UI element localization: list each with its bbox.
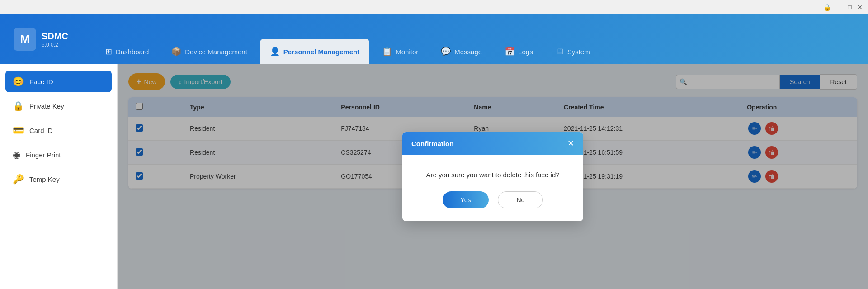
nav-item-system[interactable]: 🖥 System xyxy=(546,39,600,64)
modal-overlay: Confirmation ✕ Are you sure you want to … xyxy=(118,64,868,289)
nav-item-device[interactable]: 📦 Device Management xyxy=(161,39,257,64)
nav-item-monitor[interactable]: 📋 Monitor xyxy=(372,39,428,64)
modal-close-button[interactable]: ✕ xyxy=(567,138,574,148)
nav-label-device: Device Management xyxy=(185,48,247,56)
logo-letter: M xyxy=(20,33,30,47)
sidebar-label-face-id: Face ID xyxy=(29,78,53,85)
title-bar: 🔒 — □ ✕ xyxy=(0,0,868,14)
modal-message: Are you sure you want to delete this fac… xyxy=(411,171,574,179)
nav-item-dashboard[interactable]: ⊞ Dashboard xyxy=(95,39,159,64)
nav-item-logs[interactable]: 📅 Logs xyxy=(495,39,543,64)
modal-title: Confirmation xyxy=(411,140,453,147)
header: M SDMC 6.0.0.2 ⊞ Dashboard 📦 Device Mana… xyxy=(0,14,868,64)
minimize-icon[interactable]: — xyxy=(836,4,843,11)
nav-item-personnel[interactable]: 👤 Personnel Management xyxy=(260,39,369,64)
close-icon[interactable]: ✕ xyxy=(857,4,863,11)
face-id-icon: 😊 xyxy=(13,76,24,87)
private-key-icon: 🔒 xyxy=(13,100,24,111)
app-name: SDMC xyxy=(42,31,68,42)
logo-area: M SDMC 6.0.0.2 xyxy=(14,28,68,51)
personnel-icon: 👤 xyxy=(270,47,280,57)
nav-label-monitor: Monitor xyxy=(396,48,418,56)
sidebar-item-temp-key[interactable]: 🔑 Temp Key xyxy=(5,168,112,190)
app-version: 6.0.0.2 xyxy=(42,42,68,48)
sidebar-item-face-id[interactable]: 😊 Face ID xyxy=(5,71,112,92)
finger-print-icon: ◉ xyxy=(13,149,20,160)
nav-item-message[interactable]: 💬 Message xyxy=(431,39,492,64)
nav-label-logs: Logs xyxy=(518,48,533,56)
modal-body: Are you sure you want to delete this fac… xyxy=(402,155,583,191)
no-button[interactable]: No xyxy=(498,191,543,208)
app-info: SDMC 6.0.0.2 xyxy=(42,31,68,48)
sidebar-label-private-key: Private Key xyxy=(29,102,64,110)
lock-icon: 🔒 xyxy=(823,4,831,11)
monitor-icon: 📋 xyxy=(382,47,392,57)
device-icon: 📦 xyxy=(171,47,181,57)
sidebar-label-temp-key: Temp Key xyxy=(29,175,60,183)
main-layout: 😊 Face ID 🔒 Private Key 💳 Card ID ◉ Fing… xyxy=(0,64,868,289)
sidebar: 😊 Face ID 🔒 Private Key 💳 Card ID ◉ Fing… xyxy=(0,64,118,289)
sidebar-label-finger-print: Finger Print xyxy=(26,151,61,159)
nav-label-system: System xyxy=(567,48,590,56)
sidebar-label-card-id: Card ID xyxy=(29,127,53,134)
temp-key-icon: 🔑 xyxy=(13,174,24,185)
system-icon: 🖥 xyxy=(556,47,564,57)
yes-button[interactable]: Yes xyxy=(443,191,489,208)
sidebar-item-card-id[interactable]: 💳 Card ID xyxy=(5,119,112,141)
card-id-icon: 💳 xyxy=(13,125,24,136)
nav-label-message: Message xyxy=(454,48,482,56)
confirmation-modal: Confirmation ✕ Are you sure you want to … xyxy=(402,132,583,221)
sidebar-item-private-key[interactable]: 🔒 Private Key xyxy=(5,95,112,117)
nav-label-personnel: Personnel Management xyxy=(283,48,359,56)
message-icon: 💬 xyxy=(441,47,451,57)
dashboard-icon: ⊞ xyxy=(105,47,112,57)
content-area: + New ↕ Import/Export 🔍 Search Reset xyxy=(118,64,868,289)
logs-icon: 📅 xyxy=(505,47,514,57)
maximize-icon[interactable]: □ xyxy=(848,4,852,11)
logo-box: M xyxy=(14,28,36,51)
modal-header: Confirmation ✕ xyxy=(402,132,583,155)
modal-footer: Yes No xyxy=(402,191,583,221)
sidebar-item-finger-print[interactable]: ◉ Finger Print xyxy=(5,144,112,166)
main-nav: ⊞ Dashboard 📦 Device Management 👤 Person… xyxy=(95,14,600,64)
nav-label-dashboard: Dashboard xyxy=(116,48,149,56)
